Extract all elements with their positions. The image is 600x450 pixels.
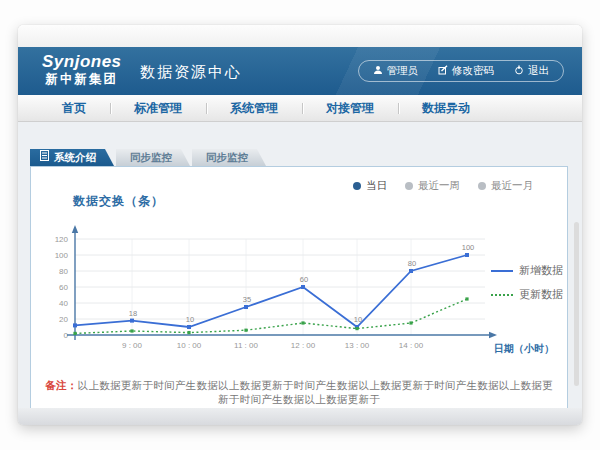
user-icon [373, 65, 383, 77]
app-window: Synjones 新中新集团 数据资源中心 管理员 修改密码 [18, 25, 582, 425]
svg-text:100: 100 [55, 251, 69, 260]
brand-logo-text: Synjones [42, 52, 122, 72]
data-exchange-line-chart: 0204060801001209 : 0010 : 0011 : 0012 : … [37, 213, 567, 381]
page-title: 数据资源中心 [140, 63, 242, 82]
tab-sync-monitor-1[interactable]: 同步监控 [116, 149, 190, 166]
radio-unselected-icon [478, 182, 486, 190]
tab-sync-monitor-2[interactable]: 同步监控 [192, 149, 266, 166]
filter-last-month[interactable]: 最近一月 [478, 179, 533, 193]
svg-text:120: 120 [55, 235, 69, 244]
content-area: 系统介绍 同步监控 同步监控 当日 最近一周 [18, 122, 582, 408]
nav-item-interface-mgmt[interactable]: 对接管理 [302, 100, 398, 117]
legend-item-new-data: 新增数据 [491, 263, 563, 278]
tab-label: 同步监控 [130, 151, 172, 163]
svg-text:日期（小时）: 日期（小时） [494, 343, 554, 354]
tab-label: 同步监控 [206, 151, 248, 163]
change-password-button[interactable]: 修改密码 [428, 64, 504, 78]
filter-label: 最近一周 [418, 179, 460, 193]
filter-label: 当日 [366, 179, 387, 193]
radio-selected-icon [353, 182, 361, 190]
svg-text:40: 40 [59, 299, 68, 308]
vertical-scrollbar[interactable] [574, 222, 579, 386]
svg-text:10 : 00: 10 : 00 [177, 341, 202, 350]
window-footer-strip [18, 408, 582, 425]
app-header: Synjones 新中新集团 数据资源中心 管理员 修改密码 [18, 47, 582, 95]
tab-system-intro[interactable]: 系统介绍 [30, 149, 114, 166]
footnote: 备注：以上数据更新于时间产生数据以上数据更新于时间产生数据以上数据更新于时间产生… [41, 379, 557, 407]
current-user-button[interactable]: 管理员 [363, 64, 429, 78]
chart-legend: 新增数据 更新数据 [491, 263, 563, 311]
svg-text:12 : 00: 12 : 00 [291, 341, 316, 350]
page: Synjones 新中新集团 数据资源中心 管理员 修改密码 [0, 0, 600, 450]
svg-text:9 : 00: 9 : 00 [122, 341, 143, 350]
footnote-prefix: 备注： [45, 379, 77, 391]
radio-unselected-icon [405, 182, 413, 190]
filter-label: 最近一月 [491, 179, 533, 193]
user-bar-label: 退出 [528, 64, 549, 78]
brand-logo-subtext: 新中新集团 [42, 72, 122, 86]
power-icon [514, 65, 524, 77]
legend-label: 更新数据 [519, 287, 563, 302]
svg-text:20: 20 [59, 315, 68, 324]
filter-last-week[interactable]: 最近一周 [405, 179, 460, 193]
brand-logo: Synjones 新中新集团 [42, 52, 122, 86]
svg-text:10: 10 [186, 315, 194, 324]
user-bar-label: 管理员 [387, 64, 419, 78]
solid-line-icon [491, 270, 513, 272]
dotted-line-icon [491, 294, 513, 296]
nav-item-home[interactable]: 首页 [38, 100, 110, 117]
filter-today[interactable]: 当日 [353, 179, 387, 193]
svg-text:11 : 00: 11 : 00 [234, 341, 258, 350]
legend-label: 新增数据 [519, 263, 563, 278]
main-nav: 首页 标准管理 系统管理 对接管理 数据异动 [18, 95, 582, 122]
svg-text:13 : 00: 13 : 00 [345, 341, 370, 350]
chart-panel: 当日 最近一周 最近一月 数据交换（条） 0204060801001209 : … [30, 166, 568, 425]
svg-text:80: 80 [408, 259, 416, 268]
user-bar-label: 修改密码 [452, 64, 494, 78]
footnote-text: 以上数据更新于时间产生数据以上数据更新于时间产生数据以上数据更新于时间产生数据以… [78, 379, 553, 405]
chart-y-axis-title: 数据交换（条） [73, 193, 164, 210]
legend-item-updated-data: 更新数据 [491, 287, 563, 302]
svg-text:100: 100 [462, 243, 475, 252]
tab-bar: 系统介绍 同步监控 同步监控 [30, 149, 266, 166]
edit-icon [438, 65, 448, 77]
svg-text:80: 80 [59, 267, 68, 276]
nav-item-standard-mgmt[interactable]: 标准管理 [110, 100, 206, 117]
user-bar: 管理员 修改密码 退出 [358, 60, 565, 82]
logout-button[interactable]: 退出 [504, 64, 559, 78]
svg-text:35: 35 [243, 295, 251, 304]
document-icon [40, 149, 49, 166]
tab-label: 系统介绍 [54, 149, 96, 166]
svg-text:14 : 00: 14 : 00 [399, 341, 424, 350]
nav-item-system-mgmt[interactable]: 系统管理 [206, 100, 302, 117]
svg-text:60: 60 [300, 275, 308, 284]
svg-text:10: 10 [354, 315, 362, 324]
nav-item-data-change[interactable]: 数据异动 [398, 100, 494, 117]
browser-top-strip [18, 25, 582, 47]
svg-text:60: 60 [59, 283, 68, 292]
svg-text:18: 18 [129, 309, 137, 318]
time-filter-group: 当日 最近一周 最近一月 [353, 179, 533, 193]
